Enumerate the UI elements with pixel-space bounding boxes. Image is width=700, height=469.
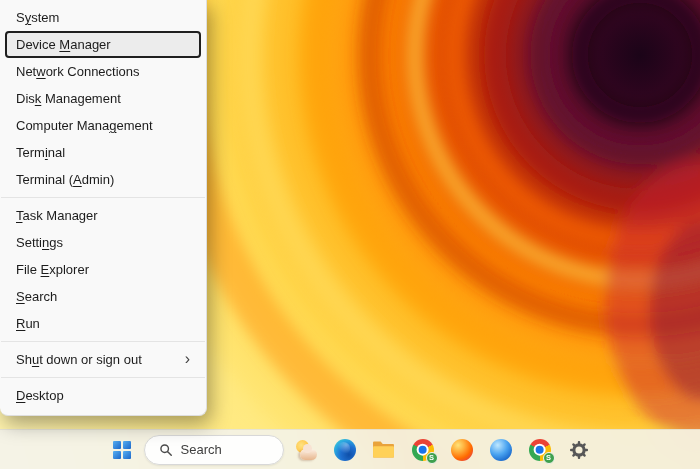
search-label: Search [181,442,222,457]
menu-item-label: Settings [16,235,63,250]
menu-item-label: Run [16,316,40,331]
chrome-button-1[interactable]: S [406,433,440,467]
firefox-button[interactable] [445,433,479,467]
firefox-icon [451,439,473,461]
settings-button[interactable] [562,433,596,467]
menu-item-file-explorer[interactable]: File Explorer [5,256,201,283]
gear-icon [568,439,590,461]
screen: System Device Manager Network Connection… [0,0,700,469]
menu-item-task-manager[interactable]: Task Manager [5,202,201,229]
folder-icon [372,440,395,459]
menu-item-label: Desktop [16,388,64,403]
blue-app-icon [490,439,512,461]
menu-item-label: Network Connections [16,64,140,79]
menu-separator [1,197,205,198]
search-icon [159,443,173,457]
menu-separator [1,377,205,378]
menu-item-desktop[interactable]: Desktop [5,382,201,409]
submenu-chevron-icon: › [185,351,190,369]
chrome-button-2[interactable]: S [523,433,557,467]
windows-logo-icon [113,441,131,459]
menu-item-label: Task Manager [16,208,98,223]
menu-separator [1,341,205,342]
chrome-icon: S [529,439,551,461]
menu-item-system[interactable]: System [5,4,201,31]
menu-item-terminal-admin[interactable]: Terminal (Admin) [5,166,201,193]
menu-item-settings[interactable]: Settings [5,229,201,256]
menu-item-network-connections[interactable]: Network Connections [5,58,201,85]
taskbar: Search S [0,429,700,469]
edge-icon [334,439,356,461]
menu-item-label: Search [16,289,57,304]
menu-item-computer-management[interactable]: Computer Management [5,112,201,139]
menu-item-shut-down-or-sign-out[interactable]: Shut down or sign out › [5,346,201,373]
file-explorer-button[interactable] [367,433,401,467]
taskbar-search[interactable]: Search [144,435,284,465]
menu-item-label: Terminal [16,145,65,160]
menu-item-label: Terminal (Admin) [16,172,114,187]
blue-app-button[interactable] [484,433,518,467]
start-button[interactable] [105,433,139,467]
menu-item-label: Device Manager [16,37,111,52]
winx-menu: System Device Manager Network Connection… [0,0,207,416]
menu-item-terminal[interactable]: Terminal [5,139,201,166]
menu-item-search[interactable]: Search [5,283,201,310]
menu-item-label: System [16,10,59,25]
menu-item-label: Shut down or sign out [16,352,142,367]
profile-badge: S [426,452,438,464]
weather-icon [295,439,317,461]
edge-button[interactable] [328,433,362,467]
profile-badge: S [543,452,555,464]
menu-item-label: Computer Management [16,118,153,133]
menu-item-label: Disk Management [16,91,121,106]
menu-item-device-manager[interactable]: Device Manager [5,31,201,58]
menu-item-label: File Explorer [16,262,89,277]
chrome-icon: S [412,439,434,461]
menu-item-disk-management[interactable]: Disk Management [5,85,201,112]
menu-item-run[interactable]: Run [5,310,201,337]
widgets-button[interactable] [289,433,323,467]
